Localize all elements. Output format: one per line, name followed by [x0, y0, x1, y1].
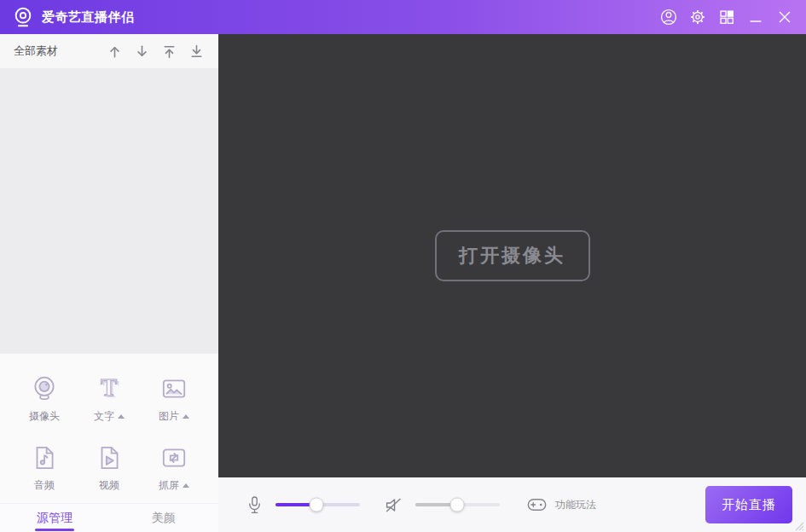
add-audio-button[interactable]: 音频: [12, 443, 77, 495]
close-icon[interactable]: [775, 8, 794, 26]
source-label: 音频: [34, 478, 55, 493]
material-list: [0, 68, 218, 354]
tab-source-management[interactable]: 源管理: [0, 504, 109, 532]
tab-label: 源管理: [37, 511, 72, 524]
move-to-top-icon[interactable]: [161, 43, 177, 60]
tab-beauty[interactable]: 美颜: [109, 504, 218, 532]
dropdown-caret-icon: [183, 483, 189, 488]
add-source-buttons: 摄像头 T T 文字: [0, 354, 218, 503]
layout-grid-icon[interactable]: [717, 8, 736, 26]
source-label: 图片: [159, 409, 179, 424]
audio-file-icon: [30, 443, 59, 472]
mic-volume-slider[interactable]: [275, 503, 360, 506]
dropdown-caret-icon: [118, 414, 125, 419]
resize-grip-icon[interactable]: [793, 519, 804, 530]
source-panel: 全部素材: [0, 34, 218, 532]
source-label: 摄像头: [29, 409, 60, 424]
source-label: 文字: [94, 409, 114, 424]
microphone-icon[interactable]: [246, 495, 263, 515]
text-icon: T T: [95, 374, 124, 403]
footer-bar: 功能玩法 开始直播: [218, 477, 806, 532]
account-icon[interactable]: [659, 8, 678, 26]
source-label: 抓屏: [159, 478, 179, 493]
tab-label: 美颜: [152, 511, 176, 524]
mic-volume-thumb[interactable]: [309, 498, 323, 512]
features-label: 功能玩法: [555, 498, 596, 512]
app-title: 爱奇艺直播伴侣: [42, 9, 135, 26]
video-file-icon: [95, 443, 124, 472]
settings-gear-icon[interactable]: [688, 8, 707, 26]
app-window: 爱奇艺直播伴侣: [0, 0, 806, 532]
add-screen-capture-button[interactable]: 抓屏: [142, 443, 206, 495]
titlebar: 爱奇艺直播伴侣: [0, 0, 806, 34]
open-camera-button[interactable]: 打开摄像头: [435, 230, 590, 281]
webcam-icon: [30, 374, 59, 403]
layer-controls: [107, 43, 205, 60]
move-to-bottom-icon[interactable]: [188, 43, 205, 60]
left-tab-bar: 源管理 美颜: [0, 503, 218, 532]
add-video-button[interactable]: 视频: [77, 443, 142, 495]
add-camera-button[interactable]: 摄像头: [12, 374, 77, 426]
material-header-title: 全部素材: [14, 43, 58, 59]
move-down-icon[interactable]: [134, 43, 150, 60]
features-button[interactable]: 功能玩法: [526, 496, 596, 513]
speaker-volume-thumb[interactable]: [449, 498, 464, 512]
speaker-muted-icon[interactable]: [385, 497, 403, 513]
active-tab-underline: [35, 529, 74, 531]
material-header: 全部素材: [0, 34, 218, 68]
minimize-icon[interactable]: [746, 8, 765, 26]
add-text-button[interactable]: T T 文字: [77, 374, 142, 426]
source-label: 视频: [99, 478, 119, 493]
move-up-icon[interactable]: [107, 43, 123, 60]
iqiyi-logo: [12, 6, 34, 28]
svg-text:T: T: [101, 374, 117, 401]
dropdown-caret-icon: [183, 414, 189, 419]
gamepad-icon: [526, 496, 548, 513]
screen-capture-icon: [159, 443, 188, 472]
add-image-button[interactable]: 图片: [142, 374, 206, 426]
image-icon: [159, 374, 188, 403]
speaker-volume-slider[interactable]: [415, 503, 500, 506]
video-preview-area: 打开摄像头: [218, 34, 806, 477]
start-streaming-button[interactable]: 开始直播: [705, 486, 792, 523]
